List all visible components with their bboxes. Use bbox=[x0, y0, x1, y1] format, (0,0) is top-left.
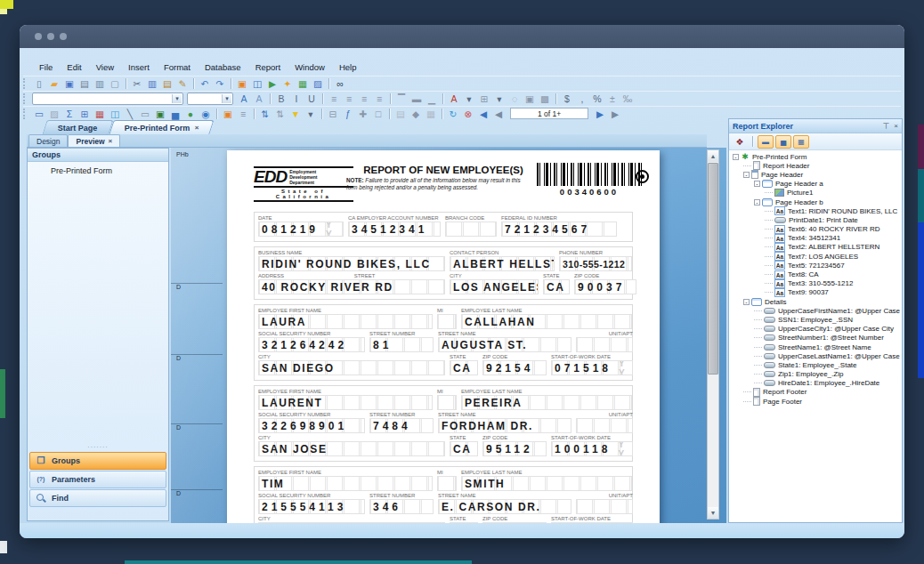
print-preview-icon[interactable]: ▥ bbox=[93, 77, 107, 90]
preview-scrollbar[interactable]: ▲ ▼ bbox=[707, 149, 719, 520]
tree-item[interactable]: UpperCaseLastName1: @Upper Case Last Nam… bbox=[729, 351, 902, 360]
snapshot-icon[interactable]: ▣ bbox=[153, 108, 167, 120]
tree-item[interactable]: StreetNumber1: @Street Number bbox=[729, 334, 902, 342]
tree-item[interactable]: -Details bbox=[729, 297, 902, 306]
pan-icon[interactable]: ✚ bbox=[356, 108, 370, 120]
sort-ascending-icon[interactable]: ⇅ bbox=[258, 108, 272, 120]
tree-item[interactable]: AaText1: RIDIN' ROUND BIKES, LLC bbox=[729, 206, 902, 215]
tree-item[interactable]: AaText8: CA bbox=[729, 270, 902, 278]
list-icon[interactable]: ≡ bbox=[236, 108, 250, 120]
publish-icon[interactable]: ✦ bbox=[280, 77, 295, 90]
bookmarks-icon[interactable]: ◆ bbox=[409, 108, 423, 120]
components-view-icon[interactable]: ❖ bbox=[732, 135, 748, 149]
font-size-select[interactable]: ▾ bbox=[187, 93, 233, 105]
tree-item[interactable]: HireDate1: Employee_.HireDate bbox=[729, 379, 902, 388]
increase-decimal-icon[interactable]: ± bbox=[605, 93, 620, 105]
tab-preview[interactable]: Preview × bbox=[68, 134, 120, 147]
tree-item[interactable]: AaText6: 40 ROCKY RIVER RD bbox=[729, 225, 902, 234]
menu-item-window[interactable]: Window bbox=[288, 60, 332, 75]
globe-icon[interactable]: ◉ bbox=[199, 108, 213, 120]
tree-expander-icon[interactable]: - bbox=[754, 181, 760, 187]
lock-icon[interactable]: ▣ bbox=[523, 93, 537, 105]
grow-font-icon[interactable]: A bbox=[237, 93, 251, 105]
filter-dropdown-icon[interactable]: ▾ bbox=[304, 108, 318, 120]
page-indicator[interactable]: 1 of 1+ bbox=[510, 108, 588, 119]
tree-item[interactable]: AaText4: 34512341 bbox=[729, 234, 902, 243]
tab-start-page[interactable]: Start Page bbox=[42, 120, 113, 134]
comma-format-icon[interactable]: , bbox=[575, 93, 589, 105]
tree-item[interactable]: PrintDate1: Print Date bbox=[729, 215, 902, 224]
designer-icon[interactable]: ▦ bbox=[296, 77, 310, 90]
menu-item-file[interactable]: File bbox=[32, 60, 60, 75]
tree-expander-icon[interactable]: - bbox=[733, 154, 739, 160]
align-left-icon[interactable]: ≡ bbox=[327, 93, 341, 105]
table-icon[interactable]: ⊞ bbox=[77, 108, 92, 120]
sidebar-button-groups[interactable]: ❐Groups bbox=[29, 452, 166, 470]
menu-item-report[interactable]: Report bbox=[248, 60, 288, 75]
borders-icon[interactable]: ⊞ bbox=[477, 93, 491, 105]
align-middle-icon[interactable]: ▬ bbox=[409, 93, 424, 105]
shrink-font-icon[interactable]: A bbox=[252, 93, 266, 105]
tab-design[interactable]: Design bbox=[28, 134, 68, 147]
tree-expander-icon[interactable]: - bbox=[743, 299, 750, 305]
align-bottom-icon[interactable]: ▁ bbox=[425, 93, 439, 105]
run-report-icon[interactable]: ▶ bbox=[265, 77, 280, 90]
find-icon[interactable]: ∞ bbox=[333, 77, 347, 90]
font-color-dropdown-icon[interactable]: ▾ bbox=[462, 93, 476, 105]
menu-item-edit[interactable]: Edit bbox=[60, 60, 88, 75]
tree-item[interactable]: -Page Header a bbox=[729, 180, 902, 189]
tree-item[interactable]: Report Footer bbox=[729, 388, 902, 397]
chevron-down-icon[interactable]: ▾ bbox=[172, 94, 182, 103]
tree-item[interactable]: SSN1: Employee_.SSN bbox=[729, 315, 902, 324]
window-titlebar[interactable] bbox=[20, 25, 904, 48]
sphere-icon[interactable]: ● bbox=[183, 108, 198, 120]
print-icon[interactable]: ▤ bbox=[77, 77, 92, 90]
tree-item[interactable]: Picture1 bbox=[729, 189, 902, 197]
tree-item[interactable]: Page Footer bbox=[729, 397, 902, 406]
align-center-icon[interactable]: ≡ bbox=[342, 93, 356, 105]
cut-icon[interactable]: ✂ bbox=[130, 77, 144, 90]
cross-tab-icon[interactable]: ▦ bbox=[93, 108, 107, 120]
pin-icon[interactable]: ⊤ bbox=[882, 122, 889, 131]
tree-item[interactable]: UpperCaseCity1: @Upper Case City bbox=[729, 325, 902, 334]
highlight-icon[interactable]: ▣ bbox=[221, 108, 235, 120]
tree-item[interactable]: Report Header bbox=[729, 161, 902, 170]
image-icon[interactable]: ▨ bbox=[47, 108, 61, 120]
align-justify-icon[interactable]: ≡ bbox=[372, 93, 386, 105]
scroll-down-icon[interactable]: ▼ bbox=[708, 507, 718, 519]
menu-item-view[interactable]: View bbox=[89, 60, 121, 75]
align-top-icon[interactable]: ▔ bbox=[394, 93, 409, 105]
sidebar-button-find[interactable]: Find bbox=[29, 489, 166, 507]
decrease-decimal-icon[interactable]: ‰ bbox=[620, 93, 635, 105]
text-box-icon[interactable]: ▭ bbox=[32, 108, 46, 120]
window-control-dot[interactable] bbox=[35, 33, 42, 40]
undo-icon[interactable]: ↶ bbox=[198, 77, 212, 90]
italic-icon[interactable]: I bbox=[289, 93, 304, 105]
line-icon[interactable]: ╲ bbox=[123, 108, 137, 120]
sum-function-icon[interactable]: Σ bbox=[62, 108, 77, 120]
window-control-dot[interactable] bbox=[47, 33, 54, 40]
percent-format-icon[interactable]: % bbox=[590, 93, 604, 105]
font-color-icon[interactable]: A bbox=[447, 93, 461, 105]
tree-item[interactable]: AaText5: 721234567 bbox=[729, 261, 902, 270]
options-window-icon[interactable]: ▣ bbox=[235, 77, 249, 90]
close-icon[interactable]: × bbox=[894, 123, 898, 130]
tab-pre-printed-form[interactable]: Pre-Printed Form × bbox=[109, 120, 214, 134]
page-setup-icon[interactable]: ▢ bbox=[108, 77, 122, 90]
chevron-down-icon[interactable]: ▾ bbox=[222, 94, 231, 103]
first-page-icon[interactable]: ◀ bbox=[476, 108, 490, 120]
tab-close-icon[interactable]: × bbox=[109, 138, 113, 145]
bold-icon[interactable]: B bbox=[274, 93, 288, 105]
tree-item[interactable]: AaText9: 90037 bbox=[729, 288, 902, 297]
parameters-grid-icon[interactable]: ▦ bbox=[424, 108, 438, 120]
redo-icon[interactable]: ↷ bbox=[213, 77, 227, 90]
tree-expander-icon[interactable]: - bbox=[743, 172, 750, 178]
grid-view-icon[interactable]: ▦ bbox=[793, 135, 809, 149]
align-right-icon[interactable]: ≡ bbox=[357, 93, 371, 105]
tree-item[interactable]: -Page Header b bbox=[729, 197, 902, 206]
menu-item-insert[interactable]: Insert bbox=[121, 60, 157, 75]
chart-view-icon[interactable]: ▅ bbox=[775, 135, 791, 149]
scrollbar-thumb[interactable] bbox=[708, 163, 718, 375]
tree-expander-icon[interactable]: - bbox=[754, 199, 760, 205]
copy-icon[interactable]: ▥ bbox=[145, 77, 159, 90]
